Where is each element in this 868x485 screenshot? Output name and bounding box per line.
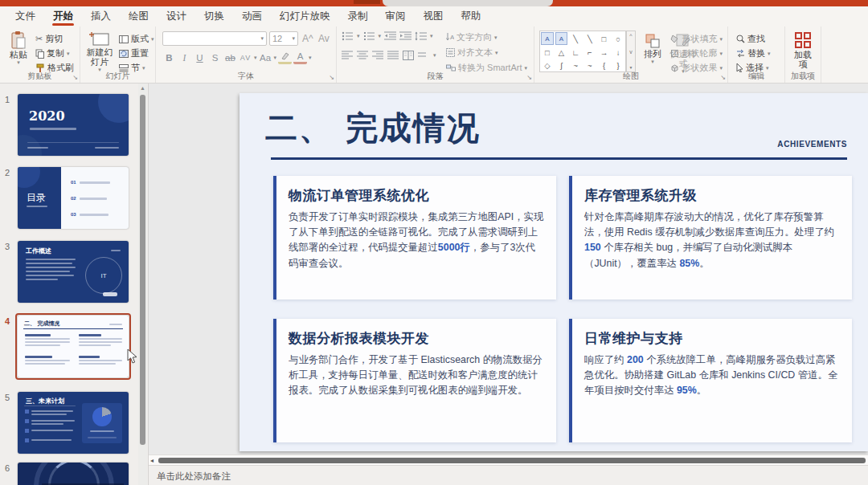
notes-pane[interactable]: 单击此处添加备注 — [149, 465, 868, 485]
align-text-button[interactable]: 对齐文本 ▾ — [446, 47, 498, 59]
columns-icon[interactable] — [403, 51, 414, 60]
arc-shape-icon[interactable]: ~ — [568, 59, 583, 71]
content-box-3[interactable]: 数据分析报表模块开发 与业务部门合作，开发了基于 Elasticsearch 的… — [273, 319, 556, 442]
tab-animations[interactable]: 动画 — [233, 6, 271, 26]
right-brace-shape-icon[interactable]: } — [611, 59, 625, 71]
shape-fill-button2[interactable]: 形状填充 ▾ — [670, 33, 723, 45]
tab-slideshow[interactable]: 幻灯片放映 — [271, 6, 339, 26]
content-box-4[interactable]: 日常维护与支持 响应了约 200 个系统故障工单，高峰期服务器负载过高紧急优化。… — [569, 319, 852, 442]
numbered-list-icon[interactable] — [363, 31, 375, 41]
slide-thumbnail-2[interactable]: 目录 01 02 03 — [18, 167, 129, 229]
shape-gallery-more-icon[interactable]: ▼ — [629, 65, 633, 70]
elbow-arrow-connector-icon[interactable]: ⌐ — [583, 46, 597, 59]
slide-thumbnail-5[interactable]: 三、未来计划 — [18, 392, 129, 454]
tab-review[interactable]: 审阅 — [377, 6, 415, 26]
arrow-line-shape-icon[interactable]: ╲ — [583, 31, 597, 46]
right-arrow-shape-icon[interactable]: → — [597, 46, 612, 59]
align-center-icon[interactable] — [357, 51, 368, 60]
slide-4-editing-surface[interactable]: 二、 完成情况 ACHIEVEMENTS 物流订单管理系统优化 负责开发了订单实… — [240, 93, 868, 451]
paste-button[interactable]: 粘贴 ▾ — [5, 31, 32, 66]
scribble-shape-icon[interactable]: ʃ — [555, 59, 569, 71]
left-brace-shape-icon[interactable]: { — [597, 59, 612, 71]
shape-gallery[interactable]: A A ╲ ╲ □ ○ □ △ ∟ ⌐ → ↓ ◇ ʃ ~ ~ { } — [539, 31, 626, 72]
shrink-font-button[interactable]: Av — [318, 33, 330, 44]
slide-thumbnail-4[interactable]: 二、 完成情况 — [18, 316, 129, 377]
align-right-icon[interactable] — [372, 51, 383, 60]
addins-button[interactable]: 加载项 — [791, 32, 815, 69]
font-dialog-launcher[interactable]: ↘ — [329, 75, 334, 81]
grow-font-button[interactable]: A^ — [302, 33, 313, 44]
tab-home[interactable]: 开始 — [44, 6, 82, 26]
tab-file[interactable]: 文件 — [6, 6, 44, 26]
triangle-shape-icon[interactable]: △ — [555, 46, 569, 59]
slide-eyebrow[interactable]: ACHIEVEMENTS — [777, 140, 847, 149]
canvas-hscrollbar[interactable]: ◂ — [149, 454, 868, 465]
tab-design[interactable]: 设计 — [158, 6, 195, 26]
content-box-2[interactable]: 库存管理系统升级 针对仓库高峰期库存波动大的情况，优化了库存预警算法，使用 Re… — [569, 176, 852, 300]
tab-help[interactable]: 帮助 — [452, 6, 490, 26]
change-case-button[interactable]: Aa — [259, 51, 272, 64]
freeform-shape-icon[interactable]: ◇ — [540, 59, 555, 71]
font-color-button[interactable]: A — [293, 51, 307, 64]
canvas-hscrollbar-thumb[interactable] — [158, 458, 866, 463]
slide-thumbnail-6[interactable] — [18, 463, 129, 485]
line-spacing-icon[interactable] — [415, 31, 427, 41]
tab-record[interactable]: 录制 — [339, 6, 377, 26]
rectangle-shape-icon[interactable]: □ — [597, 31, 612, 46]
thumbnail-scrollbar[interactable]: ▲ — [138, 84, 147, 485]
arrange-button[interactable]: 排列 ▾ — [641, 33, 665, 65]
paste-dropdown-icon[interactable]: ▾ — [17, 59, 20, 66]
justify-icon[interactable] — [387, 51, 399, 60]
elbow-connector-icon[interactable]: ∟ — [568, 46, 583, 59]
drawing-dialog-launcher[interactable]: ↘ — [720, 75, 726, 81]
down-arrow-shape-icon[interactable]: ↓ — [611, 46, 625, 59]
tab-insert[interactable]: 插入 — [82, 6, 120, 26]
rounded-rect-shape-icon[interactable]: □ — [540, 46, 555, 59]
find-button[interactable]: 查找 — [736, 33, 765, 45]
strikethrough-button[interactable]: ab — [223, 51, 237, 64]
thumbnail-scrollbar-thumb[interactable] — [140, 95, 145, 445]
tab-draw[interactable]: 绘图 — [120, 6, 158, 26]
thumbnail-scroll-up-icon[interactable]: ▲ — [138, 85, 147, 91]
new-slide-button[interactable]: 新建幻灯片 ▾ — [84, 31, 116, 73]
shape-scroll-up-icon[interactable]: ^ — [629, 33, 632, 39]
horizontal-textbox-icon[interactable]: A — [541, 32, 554, 45]
copy-button[interactable]: 复制 ▾ — [35, 47, 70, 59]
oval-shape-icon[interactable]: ○ — [611, 31, 625, 46]
replace-button[interactable]: 替换 ▾ — [736, 47, 771, 59]
bullet-list-icon[interactable] — [342, 31, 354, 41]
shadow-button[interactable]: S — [208, 51, 222, 64]
tab-view[interactable]: 视图 — [415, 6, 452, 26]
cut-button[interactable]: ✂ 剪切 — [35, 33, 63, 45]
shape-scroll-down-icon[interactable]: v — [629, 49, 633, 55]
layout-button[interactable]: 版式 ▾ — [119, 33, 154, 45]
add-remove-columns-icon[interactable] — [418, 51, 429, 60]
font-size-combo[interactable]: 12 ▾ — [269, 31, 298, 46]
slide-thumbnail-3[interactable]: 工作概述 IT — [18, 241, 129, 303]
paragraph-dialog-launcher[interactable]: ↘ — [526, 75, 532, 81]
slide-thumbnail-1[interactable]: 2020 — [18, 94, 129, 156]
italic-button[interactable]: I — [178, 51, 191, 64]
slide-title[interactable]: 二、 完成情况 — [265, 106, 481, 150]
hscroll-left-icon[interactable]: ◂ — [150, 457, 154, 464]
highlight-color-button[interactable] — [278, 51, 292, 64]
vertical-textbox-icon[interactable]: A — [555, 32, 568, 45]
underline-button[interactable]: U — [193, 51, 207, 64]
font-name-combo[interactable]: ▾ — [162, 31, 267, 46]
shape-outline-button[interactable]: 形状轮廓 ▾ — [670, 47, 723, 59]
increase-indent-icon[interactable] — [399, 31, 411, 41]
clipboard-dialog-launcher[interactable]: ↘ — [72, 75, 78, 81]
content-box-1[interactable]: 物流订单管理系统优化 负责开发了订单实时跟踪模块，集成第三方地图API，实现了从… — [273, 176, 556, 300]
replace-dropdown-icon: ▾ — [768, 51, 771, 57]
tab-transitions[interactable]: 切换 — [195, 6, 233, 26]
curve-shape-icon[interactable]: ~ — [583, 59, 597, 71]
align-left-icon[interactable] — [342, 51, 353, 60]
line-shape-icon[interactable]: ╲ — [568, 31, 583, 46]
bold-button[interactable]: B — [162, 51, 176, 64]
shape-gallery-scroll[interactable]: ^ v ▼ — [626, 31, 636, 72]
search-box[interactable] — [383, 0, 553, 6]
char-spacing-button[interactable]: AV — [239, 51, 252, 64]
reset-button[interactable]: 重置 — [119, 47, 149, 59]
text-direction-button[interactable]: A 文字方向 ▾ — [446, 31, 497, 43]
decrease-indent-icon[interactable] — [384, 31, 396, 41]
